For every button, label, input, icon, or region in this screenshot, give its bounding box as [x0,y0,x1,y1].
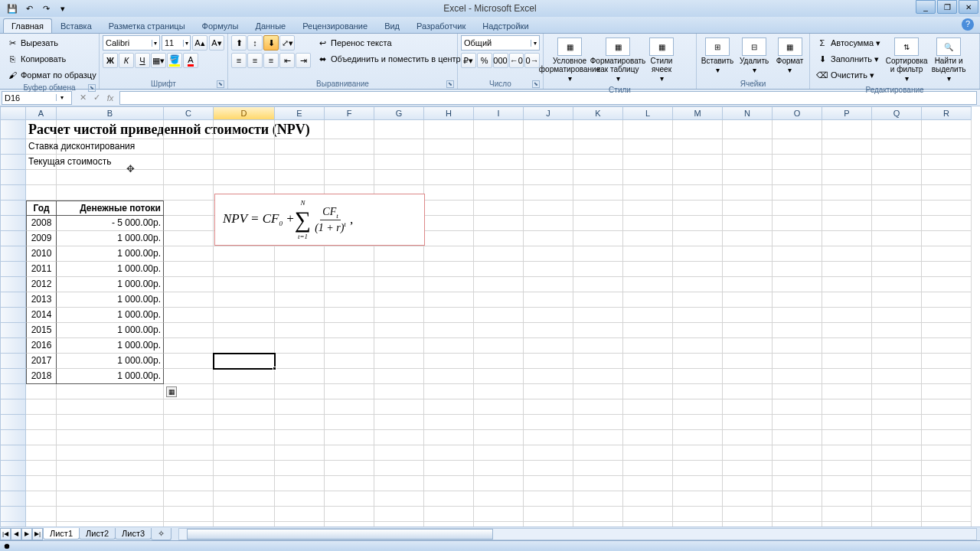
cell[interactable] [374,399,424,415]
row-header-8[interactable] [0,231,26,246]
cell[interactable] [872,476,922,491]
cell[interactable] [573,461,623,476]
cell[interactable] [214,507,275,522]
cell[interactable] [773,354,822,369]
cell[interactable] [325,430,374,445]
fx-button[interactable]: fx [104,92,116,104]
cell[interactable] [922,262,972,277]
macro-record-button[interactable]: ⏺ [3,542,11,550]
tab-formulas[interactable]: Формулы [194,18,247,33]
cell[interactable] [723,170,773,185]
cell[interactable] [773,399,822,415]
cell[interactable] [474,354,524,369]
cell[interactable]: 1 000.00р. [57,323,164,338]
cell[interactable] [623,277,673,292]
cell[interactable] [524,170,573,185]
cell[interactable] [275,461,325,476]
autofill-options-button[interactable]: ▦ [166,386,177,397]
cell[interactable] [872,354,922,369]
cell[interactable]: 2011 [26,262,57,277]
cell[interactable] [57,139,164,155]
cell[interactable] [374,476,424,491]
row-header-7[interactable] [0,216,26,231]
row-header-18[interactable] [0,384,26,399]
rows-area[interactable]: Расчет чистой приведенной стоимости (NPV… [0,120,980,527]
cell[interactable] [822,384,872,399]
cell[interactable] [623,262,673,277]
cell[interactable] [424,155,474,170]
cell[interactable] [424,120,474,139]
cell[interactable] [822,491,872,507]
cell[interactable] [474,491,524,507]
cell[interactable] [524,139,573,155]
cell[interactable]: 2018 [26,369,57,384]
cell[interactable] [822,399,872,415]
cell[interactable]: 1 000.00р. [57,338,164,354]
cell[interactable] [573,430,623,445]
cell[interactable] [673,369,723,384]
cell[interactable] [214,354,275,369]
cell[interactable] [424,308,474,323]
cell[interactable] [424,185,474,201]
cell[interactable] [872,323,922,338]
cell[interactable] [723,231,773,246]
cell[interactable] [524,369,573,384]
cell[interactable] [164,246,214,262]
close-button[interactable]: ✕ [959,0,978,14]
cell[interactable] [773,415,822,430]
cell[interactable] [773,201,822,216]
cell[interactable] [773,507,822,522]
cell[interactable] [524,384,573,399]
cell[interactable] [723,476,773,491]
cell[interactable] [214,445,275,461]
cell[interactable] [26,170,57,185]
cell[interactable] [773,476,822,491]
font-size-combo[interactable]: ▾ [162,35,191,51]
cell[interactable] [623,216,673,231]
cell[interactable] [623,399,673,415]
cell[interactable] [822,415,872,430]
cell[interactable] [424,384,474,399]
sheet-nav-prev[interactable]: ◀ [11,528,21,540]
cell[interactable]: 2017 [26,354,57,369]
col-header-L[interactable]: L [623,106,673,120]
cell[interactable] [524,292,573,308]
cell[interactable] [374,461,424,476]
cell[interactable] [374,369,424,384]
cell[interactable] [325,139,374,155]
cell[interactable] [524,445,573,461]
cell[interactable] [822,308,872,323]
cell[interactable] [922,185,972,201]
row-header-20[interactable] [0,415,26,430]
row-header-15[interactable] [0,338,26,354]
cell[interactable] [872,216,922,231]
cell[interactable] [922,338,972,354]
cell[interactable] [872,231,922,246]
cell[interactable] [773,216,822,231]
cell[interactable] [424,216,474,231]
cell[interactable] [57,507,164,522]
cell[interactable] [673,262,723,277]
cell[interactable] [26,507,57,522]
cell[interactable] [673,384,723,399]
comma-button[interactable]: 000 [493,53,508,68]
font-size-dd[interactable]: ▾ [183,40,190,47]
cell[interactable] [922,201,972,216]
align-top-button[interactable]: ⬆ [231,35,247,51]
cell[interactable] [573,155,623,170]
cell[interactable] [524,246,573,262]
cell[interactable] [26,445,57,461]
cell[interactable] [573,491,623,507]
cell[interactable] [573,354,623,369]
row-header-17[interactable] [0,369,26,384]
cell[interactable] [424,323,474,338]
cell[interactable] [773,369,822,384]
cell[interactable] [573,120,623,139]
row-header-14[interactable] [0,323,26,338]
cell[interactable] [374,491,424,507]
cell[interactable] [325,415,374,430]
cell[interactable] [623,155,673,170]
cell[interactable] [214,262,275,277]
cell[interactable] [524,354,573,369]
cell[interactable] [673,445,723,461]
